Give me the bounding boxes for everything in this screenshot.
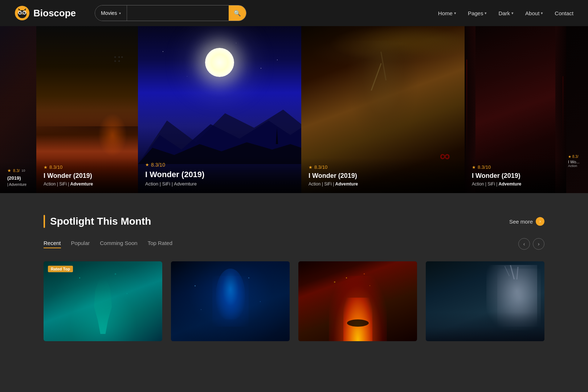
nav-item-about[interactable]: About ▾	[525, 10, 543, 16]
nav-arrow-icon: ▾	[511, 11, 514, 16]
nav-item-home[interactable]: Home ▾	[438, 10, 456, 16]
see-more-link[interactable]: See more ›	[509, 217, 544, 226]
slide-edge-right[interactable]: ★ 8.3/ I Wo... Action	[566, 26, 588, 193]
search-input[interactable]	[127, 5, 229, 21]
filter-tab-popular[interactable]: Popular	[71, 240, 90, 248]
filter-next-button[interactable]: ›	[533, 238, 544, 250]
filter-tabs: Recent Popular Comming Soon Top Rated ‹ …	[44, 238, 544, 250]
search-button[interactable]: 🔍	[229, 5, 246, 21]
section-header: Spotlight This Month See more ›	[44, 215, 544, 228]
search-category-dropdown[interactable]: Movies ▾	[95, 5, 127, 21]
rated-top-badge: Rated Top	[48, 266, 73, 272]
filter-tabs-list: Recent Popular Comming Soon Top Rated	[44, 240, 172, 248]
movie-card-2-image	[171, 261, 290, 341]
logo[interactable]: Bioscope	[15, 5, 76, 21]
movie-card-3[interactable]	[298, 261, 417, 341]
nav-arrow-icon: ▾	[454, 11, 456, 16]
search-category-label: Movies	[101, 10, 117, 16]
section-accent-bar	[44, 215, 45, 228]
filter-tab-top-rated[interactable]: Top Rated	[148, 240, 172, 248]
filter-nav: ‹ ›	[518, 238, 544, 250]
slide-far-right[interactable]: ★8.3/10 I Wonder (2019) Action | SiFi | …	[465, 26, 566, 193]
movie-card-4-image	[426, 261, 544, 341]
main-nav: Home ▾ Pages ▾ Dark ▾ About ▾ Contact	[438, 10, 573, 16]
slide-far-left[interactable]: ★8.3/10 (2019) | Advemture	[0, 26, 36, 193]
main-content: Spotlight This Month See more › Recent P…	[0, 193, 588, 356]
movie-card-3-image	[298, 261, 417, 341]
nav-item-contact[interactable]: Contact	[555, 10, 573, 16]
movie-card-1[interactable]: Rated Top	[44, 261, 162, 341]
search-icon: 🔍	[234, 10, 241, 17]
section-title-area: Spotlight This Month	[44, 215, 151, 228]
svg-point-3	[19, 12, 21, 14]
slide-right[interactable]: ∞ ★8.3/10 I Wonder (2019) Action | SiFi …	[301, 26, 465, 193]
logo-text: Bioscope	[33, 8, 76, 19]
see-more-label: See more	[509, 219, 533, 225]
dropdown-arrow-icon: ▾	[119, 11, 121, 15]
nav-arrow-icon: ▾	[541, 11, 543, 16]
spotlight-title: Spotlight This Month	[50, 216, 151, 227]
moon-decoration	[205, 48, 234, 77]
movie-card-4[interactable]	[426, 261, 544, 341]
nav-arrow-icon: ▾	[485, 11, 487, 16]
filter-tab-recent[interactable]: Recent	[44, 240, 61, 248]
movie-card-2[interactable]	[171, 261, 290, 341]
hero-slider: ★8.3/10 (2019) | Advemture ✦ ✦✦✦ ✦ ★8.3/…	[0, 26, 588, 193]
spotlight-section: Spotlight This Month See more › Recent P…	[44, 215, 544, 341]
filter-prev-button[interactable]: ‹	[518, 238, 530, 250]
search-bar: Movies ▾ 🔍	[95, 5, 246, 21]
slide-center[interactable]: ★8.3/10 I Wonder (2019) Action | SiFi | …	[138, 26, 301, 193]
svg-point-7	[24, 12, 25, 13]
nav-item-pages[interactable]: Pages ▾	[468, 10, 487, 16]
nav-item-dark[interactable]: Dark ▾	[498, 10, 514, 16]
svg-point-6	[23, 12, 25, 14]
birds-decoration: ✦ ✦✦✦ ✦	[114, 55, 123, 63]
movie-card-1-image: Rated Top	[44, 261, 162, 341]
logo-icon	[15, 5, 30, 21]
movies-grid: Rated Top	[44, 261, 544, 341]
mountain-decoration	[138, 91, 301, 164]
see-more-arrow-icon: ›	[536, 217, 544, 226]
svg-point-4	[20, 12, 21, 13]
slide-left[interactable]: ✦ ✦✦✦ ✦ ★8.3/10 I Wonder (2019) Action |…	[36, 26, 138, 193]
header: Bioscope Movies ▾ 🔍 Home ▾ Pages ▾ Dark …	[0, 0, 588, 26]
filter-tab-coming-soon[interactable]: Comming Soon	[100, 240, 137, 248]
